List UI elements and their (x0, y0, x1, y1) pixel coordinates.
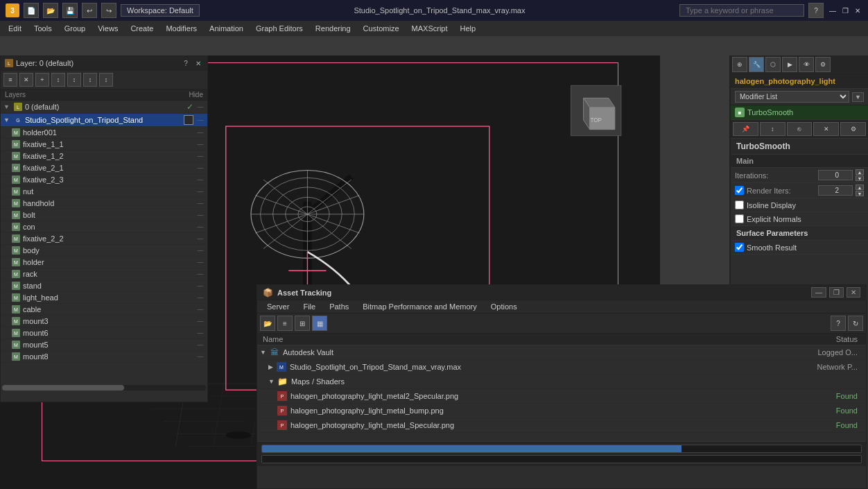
menu-tools[interactable]: Tools (28, 23, 58, 34)
iterations-up[interactable]: ▲ (856, 169, 864, 175)
new-btn[interactable]: 📄 (24, 3, 39, 18)
layer-item-rack[interactable]: M rack — (1, 268, 207, 280)
layer-item-fixative12[interactable]: M fixative_1_2 — (1, 151, 207, 162)
display-icon[interactable]: 👁 (799, 57, 814, 72)
close-btn[interactable]: ✕ (853, 6, 862, 15)
layer-item-stand[interactable]: M stand — (1, 280, 207, 292)
layer-item-mount3[interactable]: M mount3 — (1, 316, 207, 327)
search-input[interactable] (679, 4, 804, 17)
layer-panel-help[interactable]: ? (181, 58, 191, 68)
layer-item-handhold[interactable]: M handhold — (1, 198, 207, 209)
motion-icon[interactable]: ▶ (782, 57, 797, 72)
modifier-list-dropdown[interactable]: Modifier List (735, 91, 849, 103)
layer-item-holder001[interactable]: M holder001 — (1, 127, 207, 139)
layer-item-cable[interactable]: M cable — (1, 304, 207, 316)
workspace-selector[interactable]: Workspace: Default (121, 4, 200, 17)
render-iters-spinner[interactable]: ▲ ▼ (856, 185, 864, 196)
undo-btn[interactable]: ↩ (82, 3, 97, 18)
at-row-vault[interactable]: ▼ 🏛 Autodesk Vault Logged O... (257, 345, 866, 360)
modify-icon[interactable]: 🔧 (749, 57, 764, 72)
layer-item-studio[interactable]: ▼ G Studio_Spotlight_on_Tripod_Stand — (1, 114, 207, 127)
minimize-btn[interactable]: — (828, 6, 837, 15)
smooth-result-checkbox[interactable] (735, 243, 744, 252)
menu-modifiers[interactable]: Modifiers (160, 23, 202, 34)
utilities-icon[interactable]: ⚙ (815, 57, 831, 72)
at-menu-paths[interactable]: Paths (322, 300, 356, 313)
redo-btn[interactable]: ↪ (101, 3, 116, 18)
layer-item-bolt[interactable]: M bolt — (1, 209, 207, 221)
at-menu-file[interactable]: File (296, 300, 322, 313)
layer-delete-btn[interactable]: ✕ (19, 73, 33, 87)
menu-create[interactable]: Create (125, 23, 159, 34)
layer-select-btn4[interactable]: ↕ (99, 73, 113, 87)
at-view-btn2[interactable]: ≡ (277, 316, 293, 331)
save-btn[interactable]: 💾 (62, 3, 78, 18)
render-iters-input[interactable] (818, 185, 853, 196)
show-end-btn[interactable]: ↕ (760, 122, 785, 136)
at-view-btn4[interactable]: ▦ (312, 316, 327, 331)
layer-item-fixative21[interactable]: M fixative_2_1 — (1, 162, 207, 174)
menu-customize[interactable]: Customize (358, 23, 405, 34)
layer-item-fixative11[interactable]: M fixative_1_1 — (1, 139, 207, 151)
iterations-down[interactable]: ▼ (856, 175, 864, 181)
at-row-metalspec[interactable]: P halogen_photography_light_metal_Specul… (257, 418, 866, 433)
menu-edit[interactable]: Edit (3, 23, 27, 34)
at-view-btn3[interactable]: ⊞ (295, 316, 310, 331)
layer-item-body[interactable]: M body — (1, 245, 207, 257)
layer-item-mount8[interactable]: M mount8 — (1, 351, 207, 363)
layer-scrollbar[interactable] (2, 385, 206, 391)
layer-item-lighthead[interactable]: M light_head — (1, 292, 207, 304)
configure-mod-btn[interactable]: ⚙ (840, 122, 866, 136)
remove-mod-btn[interactable]: ✕ (813, 122, 839, 136)
at-close-btn[interactable]: ✕ (847, 287, 860, 298)
iterations-input[interactable] (818, 170, 853, 180)
menu-views[interactable]: Views (92, 23, 123, 34)
menu-graph-editors[interactable]: Graph Editors (250, 23, 309, 34)
layer-menu-btn[interactable]: ≡ (3, 73, 17, 87)
at-row-maxfile[interactable]: ▶ M Studio_Spotlight_on_Tripod_Stand_max… (257, 360, 866, 375)
layer-select-btn3[interactable]: ↕ (83, 73, 97, 87)
layer-item-fixative22[interactable]: M fixative_2_2 — (1, 233, 207, 245)
layer-select-btn1[interactable]: ↕ (51, 73, 65, 87)
at-menu-bitmap[interactable]: Bitmap Performance and Memory (356, 300, 483, 313)
at-view-btn1[interactable]: 📂 (260, 316, 275, 331)
layer-item-holder[interactable]: M holder — (1, 257, 207, 268)
menu-rendering[interactable]: Rendering (310, 23, 356, 34)
at-row-metal2spec[interactable]: P halogen_photography_light_metal2_Specu… (257, 389, 866, 404)
layer-item-nut[interactable]: M nut — (1, 186, 207, 198)
at-minimize-btn[interactable]: — (811, 287, 826, 298)
layer-list[interactable]: ▼ L 0 (default) ✓ — ▼ G Studio_Spotlight… (1, 101, 207, 384)
layer-add-btn[interactable]: + (35, 73, 49, 87)
create-icon[interactable]: ⊕ (732, 57, 747, 72)
layer-item-fixative23[interactable]: M fixative_2_3 — (1, 174, 207, 186)
at-table-body[interactable]: ▼ 🏛 Autodesk Vault Logged O... ▶ M Studi… (257, 345, 866, 441)
at-row-maps[interactable]: ▼ 📁 Maps / Shaders (257, 375, 866, 389)
render-iters-checkbox[interactable] (735, 186, 744, 195)
at-menu-options[interactable]: Options (484, 300, 524, 313)
menu-maxscript[interactable]: MAXScript (406, 23, 453, 34)
layer-item-con[interactable]: M con — (1, 221, 207, 233)
render-iters-down[interactable]: ▼ (856, 191, 864, 196)
layer-item-mount6[interactable]: M mount6 — (1, 327, 207, 339)
menu-animation[interactable]: Animation (204, 23, 249, 34)
at-menu-server[interactable]: Server (260, 300, 296, 313)
render-iters-up[interactable]: ▲ (856, 185, 864, 190)
layer-select-btn2[interactable]: ↕ (67, 73, 81, 87)
menu-group[interactable]: Group (59, 23, 92, 34)
explicit-normals-checkbox[interactable] (735, 214, 744, 223)
pin-stack-btn[interactable]: 📌 (733, 122, 758, 136)
layer-panel-close[interactable]: ✕ (193, 58, 203, 68)
turbosmooth-item[interactable]: ■ TurboSmooth (731, 105, 868, 120)
hierarchy-icon[interactable]: ⬡ (765, 57, 781, 72)
layer-item-mount5[interactable]: M mount5 — (1, 339, 207, 351)
open-btn[interactable]: 📂 (43, 3, 58, 18)
modifier-list-arrow[interactable]: ▼ (852, 92, 864, 102)
iterations-spinner[interactable]: ▲ ▼ (856, 169, 864, 181)
at-restore-btn[interactable]: ❐ (829, 287, 844, 298)
help-btn[interactable]: ? (808, 3, 824, 18)
layer-studio-checkbox[interactable] (184, 115, 193, 125)
at-help-btn[interactable]: ? (831, 316, 846, 331)
at-refresh-btn[interactable]: ↻ (848, 316, 863, 331)
isoline-checkbox[interactable] (735, 200, 744, 209)
layer-item-default[interactable]: ▼ L 0 (default) ✓ — (1, 101, 207, 114)
